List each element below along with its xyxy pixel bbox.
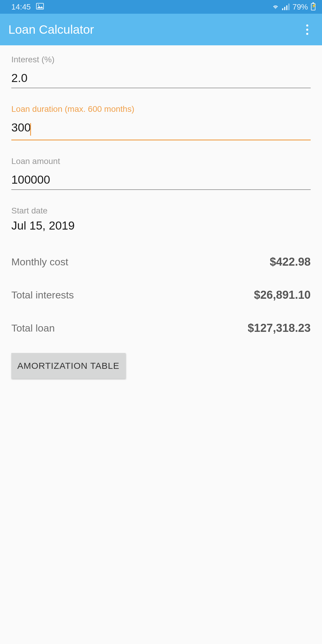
battery-pct: 79% [292, 2, 308, 12]
amount-field-group: Loan amount [11, 157, 311, 190]
status-left: 14:45 [11, 2, 44, 12]
duration-label: Loan duration (max. 600 months) [11, 104, 311, 114]
amount-label: Loan amount [11, 157, 311, 166]
start-date-label: Start date [11, 206, 311, 216]
interest-field-group: Interest (%) [11, 55, 311, 88]
monthly-cost-label: Monthly cost [11, 256, 68, 268]
amortization-table-button[interactable]: AMORTIZATION TABLE [11, 353, 126, 379]
status-time: 14:45 [11, 2, 31, 12]
total-interests-label: Total interests [11, 289, 74, 301]
monthly-cost-row: Monthly cost $422.98 [11, 256, 311, 268]
app-title: Loan Calculator [8, 23, 94, 37]
battery-icon [311, 3, 315, 10]
duration-field-group: Loan duration (max. 600 months) 300 [11, 104, 311, 140]
wifi-icon [272, 2, 279, 12]
status-bar: 14:45 79% [0, 0, 322, 14]
main-content: Interest (%) Loan duration (max. 600 mon… [0, 45, 322, 379]
gallery-icon [36, 2, 44, 12]
interest-input[interactable] [11, 70, 311, 88]
status-right: 79% [272, 2, 315, 12]
start-date-field-group: Start date Jul 15, 2019 [11, 206, 311, 233]
interest-label: Interest (%) [11, 55, 311, 64]
duration-input[interactable]: 300 [11, 119, 311, 140]
app-bar: Loan Calculator [0, 14, 322, 45]
total-loan-value: $127,318.23 [248, 322, 311, 335]
start-date-value[interactable]: Jul 15, 2019 [11, 219, 311, 233]
text-cursor [30, 123, 31, 136]
amount-input[interactable] [11, 171, 311, 190]
monthly-cost-value: $422.98 [270, 256, 311, 268]
more-menu-button[interactable] [301, 21, 314, 38]
total-interests-value: $26,891.10 [254, 289, 311, 301]
total-loan-label: Total loan [11, 322, 55, 334]
signal-icon [282, 4, 290, 10]
total-loan-row: Total loan $127,318.23 [11, 322, 311, 335]
svg-point-1 [38, 4, 39, 6]
total-interests-row: Total interests $26,891.10 [11, 289, 311, 301]
